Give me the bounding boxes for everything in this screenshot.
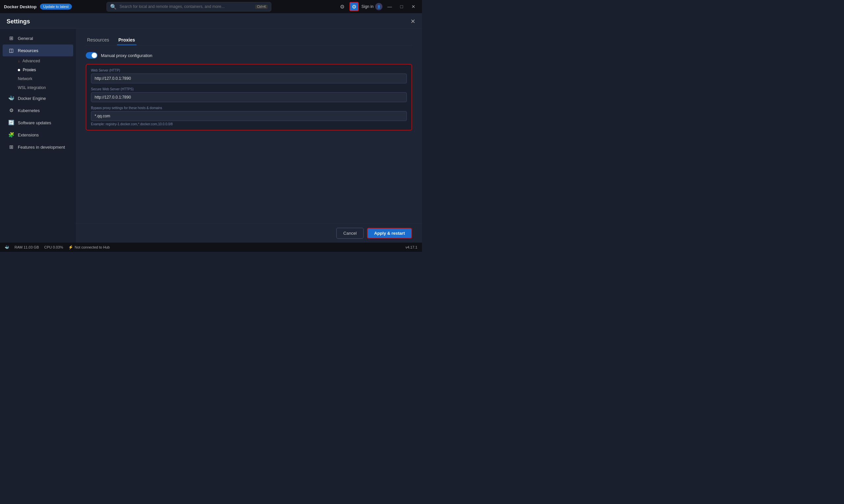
title-bar-controls: ⚙ ⚙ Sign in 👤 — □ ✕ bbox=[338, 2, 418, 11]
bypass-hint: Example: registry-1.docker.com,*.docker.… bbox=[91, 122, 407, 126]
sidebar-item-general[interactable]: ⊞ General bbox=[3, 32, 73, 44]
version-label: v4.17.1 bbox=[406, 245, 417, 249]
network-status-label: Not connected to Hub bbox=[74, 245, 109, 249]
status-bar: 🐳 RAM 11.03 GB CPU 0.03% ⚡ Not connected… bbox=[0, 242, 422, 252]
network-status: ⚡ Not connected to Hub bbox=[68, 245, 109, 250]
sidebar: ⊞ General ◫ Resources ↓ Advanced Proxies… bbox=[0, 29, 76, 242]
features-icon: ⊞ bbox=[8, 144, 15, 150]
bypass-form-group: Bypass proxy settings for these hosts & … bbox=[91, 106, 407, 126]
software-updates-icon: 🔄 bbox=[8, 120, 15, 126]
resources-icon: ◫ bbox=[8, 48, 15, 53]
app-name: Docker Desktop bbox=[4, 4, 37, 9]
search-input[interactable] bbox=[119, 4, 253, 9]
sidebar-item-features[interactable]: ⊞ Features in development bbox=[3, 141, 73, 153]
sidebar-item-network[interactable]: Network bbox=[15, 74, 73, 83]
apply-restart-button[interactable]: Apply & restart bbox=[367, 228, 412, 239]
tab-resources[interactable]: Resources bbox=[86, 35, 110, 45]
toggle-row: Manual proxy configuration bbox=[86, 52, 412, 59]
sidebar-item-label: Software updates bbox=[18, 120, 51, 125]
title-bar: Docker Desktop Update to latest 🔍 Ctrl+K… bbox=[0, 0, 422, 13]
sidebar-item-docker-engine[interactable]: 🐳 Docker Engine bbox=[3, 92, 73, 104]
settings-title: Settings bbox=[6, 18, 30, 25]
wsl-label: WSL integration bbox=[18, 85, 46, 90]
sidebar-item-resources[interactable]: ◫ Resources bbox=[3, 44, 73, 56]
sidebar-item-software-updates[interactable]: 🔄 Software updates bbox=[3, 117, 73, 129]
sidebar-item-kubernetes[interactable]: ⚙ Kubernetes bbox=[3, 105, 73, 116]
content-area: Resources Proxies Manual proxy configura… bbox=[76, 29, 422, 223]
dot-icon bbox=[18, 69, 20, 71]
arrow-icon: ↓ bbox=[18, 59, 20, 63]
footer-actions: Cancel Apply & restart bbox=[76, 223, 422, 242]
search-shortcut: Ctrl+K bbox=[255, 5, 268, 9]
close-settings-button[interactable]: ✕ bbox=[411, 18, 415, 25]
content-wrapper: Resources Proxies Manual proxy configura… bbox=[76, 29, 422, 242]
version-area: v4.17.1 bbox=[406, 245, 417, 249]
cpu-status: CPU 0.03% bbox=[44, 245, 63, 249]
bypass-input[interactable] bbox=[91, 111, 407, 121]
settings-icon-button[interactable]: ⚙ bbox=[349, 2, 359, 11]
http-form-group: Web Server (HTTP) bbox=[91, 69, 407, 84]
sidebar-item-advanced[interactable]: ↓ Advanced bbox=[15, 57, 73, 65]
sidebar-sub-menu: ↓ Advanced Proxies Network WSL integrati… bbox=[0, 57, 76, 92]
kubernetes-icon: ⚙ bbox=[8, 107, 15, 113]
https-input[interactable] bbox=[91, 92, 407, 102]
ram-status: RAM 11.03 GB bbox=[15, 245, 39, 249]
gear-icon-button[interactable]: ⚙ bbox=[338, 2, 347, 11]
general-icon: ⊞ bbox=[8, 35, 15, 41]
https-form-group: Secure Web Server (HTTPS) bbox=[91, 87, 407, 102]
tab-proxies[interactable]: Proxies bbox=[117, 35, 137, 45]
http-input[interactable] bbox=[91, 73, 407, 84]
sidebar-item-extensions[interactable]: 🧩 Extensions bbox=[3, 129, 73, 141]
main-content: ⊞ General ◫ Resources ↓ Advanced Proxies… bbox=[0, 29, 422, 242]
search-icon: 🔍 bbox=[110, 4, 117, 10]
docker-engine-icon: 🐳 bbox=[8, 95, 15, 101]
manual-proxy-toggle[interactable] bbox=[86, 52, 97, 59]
sidebar-item-wsl[interactable]: WSL integration bbox=[15, 84, 73, 92]
update-button[interactable]: Update to latest bbox=[40, 4, 72, 10]
content-tabs: Resources Proxies bbox=[86, 35, 412, 46]
whale-icon: 🐳 bbox=[5, 245, 9, 250]
sidebar-item-label: Resources bbox=[18, 48, 38, 53]
sidebar-item-label: Extensions bbox=[18, 132, 39, 138]
minimize-button[interactable]: — bbox=[385, 2, 394, 11]
sidebar-item-label: Kubernetes bbox=[18, 108, 40, 113]
toggle-label: Manual proxy configuration bbox=[101, 53, 152, 58]
bypass-label: Bypass proxy settings for these hosts & … bbox=[91, 106, 407, 110]
network-label: Network bbox=[18, 76, 32, 81]
proxy-form-box: Web Server (HTTP) Secure Web Server (HTT… bbox=[86, 64, 412, 130]
hub-icon: ⚡ bbox=[68, 245, 73, 250]
http-label: Web Server (HTTP) bbox=[91, 69, 407, 72]
sidebar-item-proxies[interactable]: Proxies bbox=[15, 66, 73, 74]
settings-header: Settings ✕ bbox=[0, 13, 422, 29]
avatar: 👤 bbox=[375, 3, 382, 10]
sidebar-item-label: General bbox=[18, 36, 33, 41]
close-window-button[interactable]: ✕ bbox=[409, 2, 418, 11]
settings-window: Settings ✕ ⊞ General ◫ Resources ↓ Advan… bbox=[0, 13, 422, 242]
proxies-label: Proxies bbox=[23, 68, 36, 72]
sidebar-item-label: Docker Engine bbox=[18, 96, 46, 101]
maximize-button[interactable]: □ bbox=[397, 2, 406, 11]
search-bar: 🔍 Ctrl+K bbox=[107, 2, 271, 12]
advanced-label: Advanced bbox=[22, 59, 40, 63]
extensions-icon: 🧩 bbox=[8, 132, 15, 138]
cancel-button[interactable]: Cancel bbox=[336, 228, 363, 239]
sign-in-label: Sign in bbox=[361, 4, 374, 9]
sign-in-area[interactable]: Sign in 👤 bbox=[361, 3, 382, 10]
sidebar-item-label: Features in development bbox=[18, 145, 65, 150]
https-label: Secure Web Server (HTTPS) bbox=[91, 87, 407, 91]
